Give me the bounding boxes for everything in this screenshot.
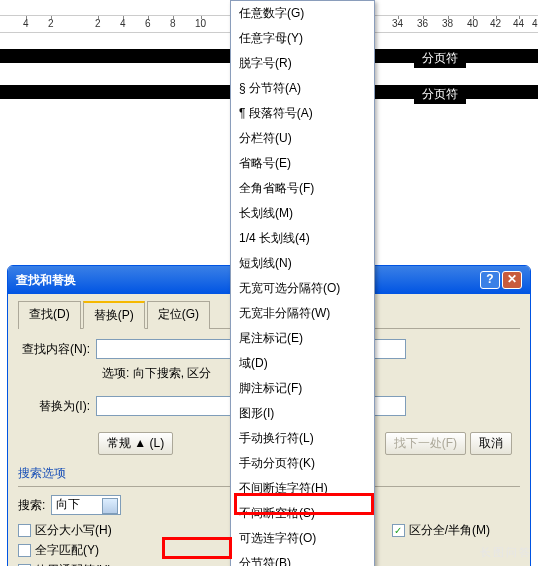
tab-goto[interactable]: 定位(G) <box>147 301 210 329</box>
tab-replace[interactable]: 替换(P) <box>83 301 145 329</box>
menu-item-footnote-mark[interactable]: 脚注标记(F) <box>231 376 374 401</box>
tick: 6 <box>145 18 151 29</box>
tick: 38 <box>442 18 453 29</box>
menu-item-ellipsis[interactable]: 省略号(E) <box>231 151 374 176</box>
tick: 8 <box>170 18 176 29</box>
tick: 2 <box>95 18 101 29</box>
menu-item-en-dash[interactable]: 短划线(N) <box>231 251 374 276</box>
chk-match-case-label: 区分大小写(H) <box>35 522 112 539</box>
tick: 36 <box>417 18 428 29</box>
menu-item-nonbreaking-space[interactable]: 不间断空格(S) <box>231 501 374 526</box>
close-button[interactable]: ✕ <box>502 271 522 289</box>
tab-find[interactable]: 查找(D) <box>18 301 81 329</box>
tick: 44 <box>513 18 524 29</box>
tick: 34 <box>392 18 403 29</box>
cancel-button[interactable]: 取消 <box>470 432 512 455</box>
tick: 46 <box>532 18 538 29</box>
checkbox-whole-word[interactable] <box>18 544 31 557</box>
menu-item-field[interactable]: 域(D) <box>231 351 374 376</box>
tick: 10 <box>195 18 206 29</box>
tick: 42 <box>490 18 501 29</box>
find-next-button[interactable]: 找下一处(F) <box>385 432 466 455</box>
tick: 40 <box>467 18 478 29</box>
search-direction-select[interactable]: 向下 <box>51 495 121 515</box>
menu-item-endnote-mark[interactable]: 尾注标记(E) <box>231 326 374 351</box>
menu-item-paragraph-mark[interactable]: ¶ 段落符号(A) <box>231 101 374 126</box>
search-direction-label: 搜索: <box>18 497 45 514</box>
chk-half-full-label: 区分全/半角(M) <box>409 522 490 539</box>
menu-item-caret[interactable]: 脱字号(R) <box>231 51 374 76</box>
tick: 2 <box>48 18 54 29</box>
menu-item-nonbreaking-hyphen[interactable]: 不间断连字符(H) <box>231 476 374 501</box>
menu-item-section-char[interactable]: § 分节符(A) <box>231 76 374 101</box>
special-char-menu: 任意数字(G) 任意字母(Y) 脱字号(R) § 分节符(A) ¶ 段落符号(A… <box>230 0 375 566</box>
menu-item-graphic[interactable]: 图形(I) <box>231 401 374 426</box>
menu-item-section-break[interactable]: 分节符(B) <box>231 551 374 566</box>
watermark: 长图问答 <box>480 545 532 560</box>
page-break-label: 分页符 <box>414 49 466 68</box>
find-label: 查找内容(N): <box>18 341 96 358</box>
normal-button[interactable]: 常规 ▲ (L) <box>98 432 173 455</box>
chk-whole-word-label: 全字匹配(Y) <box>35 542 99 559</box>
menu-item-no-width-optional[interactable]: 无宽可选分隔符(O) <box>231 276 374 301</box>
checkbox-match-case[interactable] <box>18 524 31 537</box>
menu-item-any-digit[interactable]: 任意数字(G) <box>231 1 374 26</box>
menu-item-any-letter[interactable]: 任意字母(Y) <box>231 26 374 51</box>
tick: 4 <box>120 18 126 29</box>
replace-label: 替换为(I): <box>18 398 96 415</box>
checkbox-half-full[interactable]: ✓ <box>392 524 405 537</box>
menu-item-em-dash[interactable]: 长划线(M) <box>231 201 374 226</box>
dialog-title: 查找和替换 <box>16 272 76 289</box>
chk-wildcards-label: 使用通配符(U) <box>35 562 112 566</box>
tick: 4 <box>23 18 29 29</box>
menu-item-quarter-em-dash[interactable]: 1/4 长划线(4) <box>231 226 374 251</box>
options-value: 向下搜索, 区分 <box>133 366 212 380</box>
menu-item-manual-line-break[interactable]: 手动换行符(L) <box>231 426 374 451</box>
menu-item-full-ellipsis[interactable]: 全角省略号(F) <box>231 176 374 201</box>
menu-item-optional-hyphen[interactable]: 可选连字符(O) <box>231 526 374 551</box>
page-break-label: 分页符 <box>414 85 466 104</box>
menu-item-manual-page-break[interactable]: 手动分页符(K) <box>231 451 374 476</box>
options-label: 选项: <box>102 366 129 380</box>
menu-item-column-break[interactable]: 分栏符(U) <box>231 126 374 151</box>
help-button[interactable]: ? <box>480 271 500 289</box>
menu-item-no-width-non[interactable]: 无宽非分隔符(W) <box>231 301 374 326</box>
